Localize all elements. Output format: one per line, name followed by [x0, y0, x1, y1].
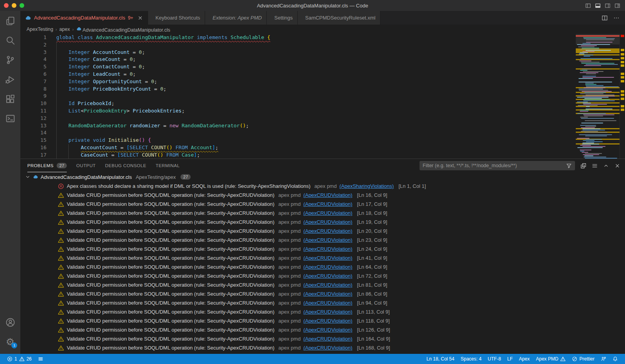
problem-row[interactable]: Validate CRUD permission before SOQL/DML…: [20, 325, 625, 334]
toggle-panel-icon[interactable]: [595, 3, 601, 9]
problem-row[interactable]: Validate CRUD permission before SOQL/DML…: [20, 244, 625, 253]
close-window-button[interactable]: [4, 3, 9, 8]
code-line[interactable]: 12: [20, 115, 576, 122]
apex-pmd-status[interactable]: Apex PMD: [533, 354, 569, 364]
problem-rule-link[interactable]: (ApexCRUDViolation): [304, 291, 352, 297]
code-line[interactable]: 6 Integer LeadCount = 0;: [20, 71, 576, 78]
feedback-item[interactable]: [598, 354, 609, 364]
problems-file-group[interactable]: AdvancedCascadingDataManipulator.cls Ape…: [20, 172, 625, 182]
problem-row[interactable]: Validate CRUD permission before SOQL/DML…: [20, 298, 625, 307]
indentation-status[interactable]: Spaces: 4: [457, 354, 484, 364]
problem-rule-link[interactable]: (ApexCRUDViolation): [304, 300, 352, 306]
problem-row[interactable]: Validate CRUD permission before SOQL/DML…: [20, 200, 625, 209]
view-as-table-icon[interactable]: [592, 163, 598, 169]
problem-row[interactable]: Validate CRUD permission before SOQL/DML…: [20, 209, 625, 218]
notifications-item[interactable]: [609, 354, 621, 364]
problem-rule-link[interactable]: (ApexCRUDViolation): [304, 201, 352, 207]
problem-row[interactable]: Validate CRUD permission before SOQL/DML…: [20, 227, 625, 236]
problem-rule-link[interactable]: (ApexCRUDViolation): [304, 228, 352, 234]
problem-rule-link[interactable]: (ApexCRUDViolation): [304, 210, 352, 216]
split-editor-icon[interactable]: [602, 15, 608, 21]
problem-row[interactable]: Validate CRUD permission before SOQL/DML…: [20, 343, 625, 352]
editor[interactable]: 1global class AdvancedCascadingDataManip…: [20, 34, 625, 159]
problem-row[interactable]: Validate CRUD permission before SOQL/DML…: [20, 280, 625, 289]
problems-status[interactable]: 1 26: [4, 354, 35, 364]
problem-rule-link[interactable]: (ApexCRUDViolation): [304, 282, 352, 288]
problem-row[interactable]: Validate CRUD permission before SOQL/DML…: [20, 289, 625, 298]
settings-gear-icon[interactable]: ⚙1: [0, 332, 20, 352]
minimap-slider[interactable]: [576, 34, 620, 45]
minimize-window-button[interactable]: [12, 3, 16, 8]
editor-tab[interactable]: AdvancedCascadingDataManipulator.cls9+: [20, 11, 148, 25]
problem-rule-link[interactable]: (ApexCRUDViolation): [304, 345, 352, 351]
problem-rule-link[interactable]: (ApexCRUDViolation): [304, 336, 352, 342]
code-line[interactable]: 11 List<PriceBookEntry> PricebookEntries…: [20, 107, 576, 115]
editor-tab[interactable]: Extension: Apex PMD: [205, 11, 267, 25]
code-line[interactable]: 17 CaseCount = [SELECT COUNT() FROM Case…: [20, 152, 576, 159]
toggle-secondary-sidebar-icon[interactable]: [605, 3, 611, 9]
search-icon[interactable]: [0, 30, 20, 50]
tab-problems[interactable]: PROBLEMS 27: [27, 159, 67, 172]
close-tab-icon[interactable]: [138, 15, 143, 21]
prettier-status[interactable]: Prettier: [569, 354, 598, 364]
problem-rule-link[interactable]: (ApexCRUDViolation): [304, 255, 352, 261]
editor-tab[interactable]: SamCPMDSecurityRuleset.xml: [298, 11, 380, 25]
problem-row[interactable]: Validate CRUD permission before SOQL/DML…: [20, 316, 625, 325]
code-line[interactable]: 7 Integer OpportunityCount = 0;: [20, 78, 576, 86]
code-line[interactable]: 15 private void Initialise() {: [20, 137, 576, 144]
problem-row[interactable]: Validate CRUD permission before SOQL/DML…: [20, 307, 625, 316]
problem-rule-link[interactable]: (ApexCRUDViolation): [304, 264, 352, 270]
problem-row[interactable]: Validate CRUD permission before SOQL/DML…: [20, 271, 625, 280]
source-control-icon[interactable]: [0, 50, 20, 70]
eol-status[interactable]: LF: [504, 354, 516, 364]
code-line[interactable]: 4 Integer CaseCount = 0;: [20, 56, 576, 63]
overview-ruler[interactable]: [620, 34, 625, 159]
tab-debug-console[interactable]: DEBUG CONSOLE: [105, 159, 146, 172]
tab-terminal[interactable]: TERMINAL: [156, 159, 180, 172]
problem-rule-link[interactable]: (ApexCRUDViolation): [304, 237, 352, 243]
maximize-panel-icon[interactable]: [603, 163, 609, 169]
menu-status-icon[interactable]: [35, 354, 46, 364]
breadcrumb-item[interactable]: apex: [59, 27, 70, 32]
breadcrumb-item[interactable]: AdvancedCascadingDataManipulator.cls: [76, 26, 170, 33]
zoom-window-button[interactable]: [20, 3, 24, 8]
problem-row[interactable]: Validate CRUD permission before SOQL/DML…: [20, 253, 625, 262]
cursor-position[interactable]: Ln 18, Col 54: [423, 354, 457, 364]
language-mode[interactable]: Apex: [516, 354, 533, 364]
run-debug-icon[interactable]: [0, 70, 20, 89]
problem-rule-link[interactable]: (ApexCRUDViolation): [304, 318, 352, 324]
code-line[interactable]: 14: [20, 129, 576, 137]
code-line[interactable]: 8 Integer PriceBookEntryCount = 0;: [20, 86, 576, 93]
extensions-icon[interactable]: [0, 89, 20, 109]
problem-row[interactable]: Validate CRUD permission before SOQL/DML…: [20, 334, 625, 343]
problem-row[interactable]: Validate CRUD permission before SOQL/DML…: [20, 191, 625, 200]
problem-rule-link[interactable]: (ApexSharingViolations): [339, 183, 394, 189]
customize-layout-icon[interactable]: [614, 3, 620, 9]
filter-icon[interactable]: [566, 163, 572, 169]
editor-tab[interactable]: Settings: [267, 11, 298, 25]
problems-filter-input[interactable]: [423, 163, 566, 168]
code-line[interactable]: 2: [20, 41, 576, 49]
code-line[interactable]: 1global class AdvancedCascadingDataManip…: [20, 34, 576, 41]
problem-rule-link[interactable]: (ApexCRUDViolation): [304, 192, 352, 198]
encoding-status[interactable]: UTF-8: [485, 354, 504, 364]
toggle-sidebar-icon[interactable]: [585, 3, 591, 9]
problem-rule-link[interactable]: (ApexCRUDViolation): [304, 246, 352, 252]
problem-row[interactable]: Validate CRUD permission before SOQL/DML…: [20, 218, 625, 227]
problem-rule-link[interactable]: (ApexCRUDViolation): [304, 273, 352, 279]
code-line[interactable]: 10 Id PricebookId;: [20, 100, 576, 107]
problem-row[interactable]: Validate CRUD permission before SOQL/DML…: [20, 236, 625, 244]
breadcrumb-item[interactable]: ApexTesting: [27, 27, 53, 32]
terminal-view-icon[interactable]: [0, 109, 20, 128]
tab-output[interactable]: OUTPUT: [76, 159, 96, 172]
problem-row[interactable]: Apex classes should declare a sharing mo…: [20, 182, 625, 191]
close-panel-icon[interactable]: [614, 163, 620, 169]
editor-tab[interactable]: Keyboard Shortcuts: [148, 11, 205, 25]
code-line[interactable]: 3 Integer AccountCount = 0;: [20, 49, 576, 56]
collapse-all-icon[interactable]: [580, 163, 586, 169]
code-line[interactable]: 16 AccountCount = [SELECT COUNT() FROM A…: [20, 144, 576, 152]
code-area[interactable]: 1global class AdvancedCascadingDataManip…: [20, 34, 576, 159]
minimap[interactable]: [576, 34, 620, 159]
problem-rule-link[interactable]: (ApexCRUDViolation): [304, 327, 352, 333]
editor-more-actions-icon[interactable]: [613, 15, 620, 21]
